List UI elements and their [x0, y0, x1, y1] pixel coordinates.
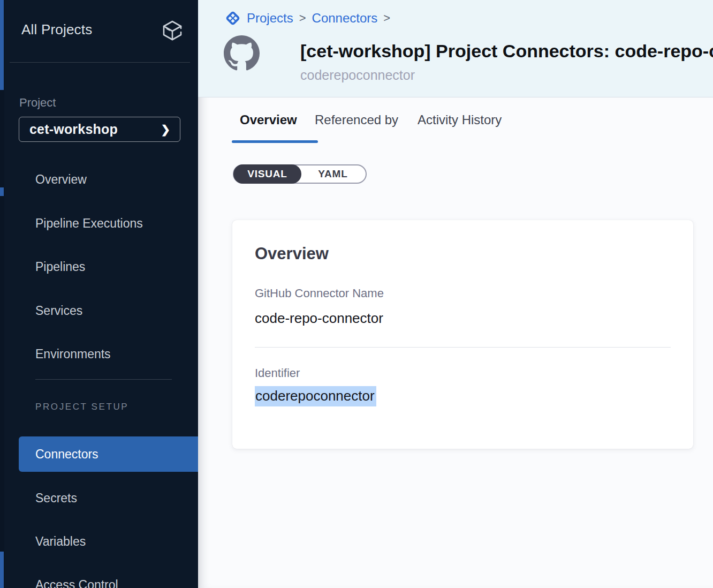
breadcrumb-separator-icon: >	[383, 11, 390, 25]
title-row: [cet-workshop] Project Connectors: code-…	[224, 34, 713, 88]
tab-activity-history[interactable]: Activity History	[418, 112, 502, 127]
breadcrumb-separator-icon: >	[299, 11, 306, 25]
projects-cube-icon[interactable]	[161, 18, 184, 42]
project-section-label: Project	[19, 96, 56, 110]
tab-overview[interactable]: Overview	[240, 112, 297, 127]
visual-yaml-toggle[interactable]: VISUAL YAML	[233, 164, 367, 184]
all-projects-label: All Projects	[21, 21, 92, 38]
page-title: [cet-workshop] Project Connectors: code-…	[300, 41, 713, 62]
field-value-connector-name: code-repo-connector	[255, 310, 383, 327]
sidebar: All Projects Project cet-workshop ❯ Over…	[0, 0, 198, 588]
overview-card: Overview GitHub Connector Name code-repo…	[232, 220, 693, 449]
active-tab-underline	[232, 140, 318, 143]
sidebar-item-connectors[interactable]: Connectors	[19, 436, 198, 472]
main-content: Projects > Connectors > [cet-workshop] P…	[198, 0, 713, 588]
sidebar-item-access-control[interactable]: Access Control	[35, 577, 118, 588]
sidebar-item-environments[interactable]: Environments	[35, 346, 111, 362]
breadcrumb-link-projects[interactable]: Projects	[247, 11, 293, 26]
field-label-identifier: Identifier	[255, 366, 300, 380]
selected-identifier-text: coderepoconnector	[255, 386, 376, 406]
projects-diamond-icon	[224, 9, 242, 27]
sidebar-item-overview[interactable]: Overview	[35, 171, 87, 187]
project-selector[interactable]: cet-workshop ❯	[19, 117, 180, 142]
chevron-right-icon: ❯	[161, 123, 170, 136]
rail-accent-mid	[0, 187, 4, 196]
rail-accent-bottom	[0, 552, 4, 588]
card-divider	[255, 347, 671, 348]
project-setup-header: PROJECT SETUP	[35, 402, 128, 412]
field-label-connector-name: GitHub Connector Name	[255, 287, 384, 300]
rail-accent-top	[0, 0, 4, 90]
breadcrumb: Projects > Connectors >	[224, 9, 396, 27]
field-value-identifier: coderepoconnector	[255, 388, 376, 404]
sidebar-item-label: Connectors	[35, 447, 98, 462]
sidebar-item-pipelines[interactable]: Pipelines	[35, 259, 85, 275]
module-rail	[0, 0, 4, 588]
toggle-option-visual[interactable]: VISUAL	[233, 164, 301, 184]
sidebar-divider	[10, 62, 190, 63]
sidebar-item-services[interactable]: Services	[35, 303, 82, 319]
page-header: Projects > Connectors > [cet-workshop] P…	[198, 0, 713, 97]
sidebar-item-pipeline-executions[interactable]: Pipeline Executions	[35, 215, 143, 231]
page-subtitle: coderepoconnector	[300, 67, 415, 83]
card-heading: Overview	[255, 244, 329, 263]
tab-referenced-by[interactable]: Referenced by	[315, 112, 398, 127]
selected-project-name: cet-workshop	[29, 122, 118, 137]
sidebar-item-variables[interactable]: Variables	[35, 533, 86, 549]
sidebar-divider	[35, 379, 172, 380]
sidebar-item-secrets[interactable]: Secrets	[35, 490, 77, 506]
breadcrumb-link-connectors[interactable]: Connectors	[312, 11, 378, 26]
toggle-option-yaml[interactable]: YAML	[300, 165, 366, 183]
github-icon	[224, 35, 260, 71]
